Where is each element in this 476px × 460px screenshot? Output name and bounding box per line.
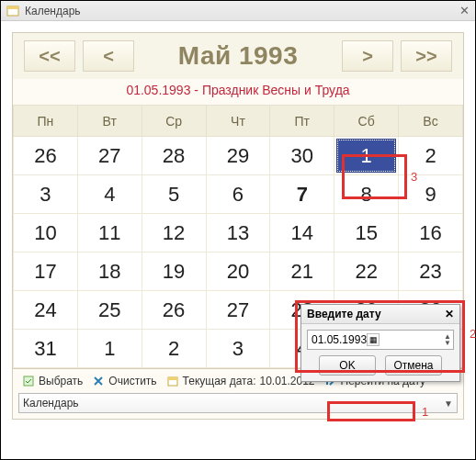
weekday-header: Пн	[14, 106, 78, 137]
weekday-header: Вт	[77, 106, 142, 137]
combo-value: Календарь	[23, 397, 79, 410]
day-cell[interactable]: 10	[14, 214, 78, 252]
dialog-close-icon[interactable]: ✕	[445, 308, 454, 320]
nav-prev-button[interactable]: <	[83, 40, 134, 72]
day-cell[interactable]: 28	[142, 137, 206, 175]
goto-date-dialog: Введите дату ✕ 01.05.1993 ▦ ▲▼ OK Отмена	[300, 304, 460, 382]
cancel-button[interactable]: Отмена	[385, 355, 442, 376]
day-cell[interactable]: 31	[14, 330, 78, 368]
date-input-value: 01.05.1993	[312, 333, 367, 346]
weekday-header: Ср	[142, 106, 206, 137]
day-cell[interactable]: 16	[399, 214, 463, 252]
view-combo[interactable]: Календарь ▼	[18, 393, 458, 413]
clear-icon	[92, 375, 105, 387]
day-cell[interactable]: 21	[270, 252, 334, 291]
day-cell[interactable]: 13	[206, 214, 270, 252]
weekday-header: Сб	[334, 106, 399, 137]
today-label: Текущая дата:	[183, 375, 256, 387]
combo-row: Календарь ▼	[13, 391, 463, 419]
calendar-icon	[166, 375, 179, 387]
day-cell[interactable]: 3	[14, 175, 78, 214]
nav-next-button[interactable]: >	[342, 40, 393, 72]
day-cell[interactable]: 12	[142, 214, 206, 252]
annotation-label-3: 3	[411, 170, 417, 184]
weekday-header: Чт	[206, 106, 270, 137]
nav-first-button[interactable]: <<	[24, 40, 75, 72]
day-cell[interactable]: 1	[334, 137, 399, 175]
day-cell[interactable]: 29	[206, 137, 270, 175]
annotation-label-2: 2	[470, 327, 476, 341]
clear-button[interactable]: Очистить	[88, 373, 160, 389]
svg-rect-1	[7, 6, 18, 9]
day-cell[interactable]: 8	[334, 175, 399, 214]
titlebar: Календарь ✕	[1, 1, 475, 21]
day-cell[interactable]: 18	[77, 252, 142, 291]
day-cell[interactable]: 27	[206, 291, 270, 330]
weekday-header: Вс	[399, 106, 463, 137]
month-label: Май 1993	[138, 41, 338, 71]
day-cell[interactable]: 19	[142, 252, 206, 291]
day-cell[interactable]: 5	[142, 175, 206, 214]
dialog-button-row: OK Отмена	[307, 355, 454, 376]
day-cell[interactable]: 20	[206, 252, 270, 291]
day-cell[interactable]: 25	[77, 291, 142, 330]
select-button[interactable]: Выбрать	[18, 373, 86, 389]
day-cell[interactable]: 3	[206, 330, 270, 368]
dialog-title: Введите дату	[307, 308, 381, 320]
day-cell[interactable]: 11	[77, 214, 142, 252]
dialog-body: 01.05.1993 ▦ ▲▼ OK Отмена	[301, 324, 459, 381]
day-cell[interactable]: 30	[270, 137, 334, 175]
date-picker-icon[interactable]: ▦	[367, 333, 380, 346]
app-window: Календарь ✕ << < Май 1993 > >> 01.05.199…	[0, 0, 476, 460]
nav-row: << < Май 1993 > >>	[13, 33, 463, 79]
day-cell[interactable]: 14	[270, 214, 334, 252]
day-cell[interactable]: 26	[14, 137, 78, 175]
day-cell[interactable]: 4	[77, 175, 142, 214]
today-button[interactable]: Текущая дата: 10.01.2012	[163, 373, 319, 389]
day-cell[interactable]: 7	[270, 175, 334, 214]
window-title: Календарь	[25, 5, 81, 17]
day-cell[interactable]: 9	[399, 175, 463, 214]
day-cell[interactable]: 22	[334, 252, 399, 291]
day-cell[interactable]: 2	[142, 330, 206, 368]
weekday-header: Пт	[270, 106, 334, 137]
app-icon	[6, 5, 19, 17]
day-cell[interactable]: 15	[334, 214, 399, 252]
day-cell[interactable]: 27	[77, 137, 142, 175]
select-icon	[22, 375, 35, 387]
day-cell[interactable]: 17	[14, 252, 78, 291]
clear-label: Очистить	[108, 375, 156, 387]
close-icon[interactable]: ✕	[459, 4, 470, 17]
nav-last-button[interactable]: >>	[401, 40, 452, 72]
day-cell[interactable]: 26	[142, 291, 206, 330]
day-cell[interactable]: 1	[77, 330, 142, 368]
holiday-label: 01.05.1993 - Праздник Весны и Труда	[13, 79, 463, 105]
day-cell[interactable]: 24	[14, 291, 78, 330]
day-cell[interactable]: 23	[399, 252, 463, 291]
svg-rect-2	[24, 376, 33, 386]
date-input[interactable]: 01.05.1993 ▦ ▲▼	[307, 330, 454, 350]
svg-rect-4	[168, 377, 177, 380]
annotation-label-1: 1	[422, 405, 428, 419]
spinner-icon[interactable]: ▲▼	[442, 333, 451, 346]
weekday-row: ПнВтСрЧтПтСбВс	[14, 106, 463, 137]
day-cell[interactable]: 2	[399, 137, 463, 175]
select-label: Выбрать	[39, 375, 83, 387]
dialog-titlebar: Введите дату ✕	[301, 305, 459, 324]
chevron-down-icon: ▼	[444, 398, 453, 409]
day-cell[interactable]: 6	[206, 175, 270, 214]
ok-button[interactable]: OK	[319, 355, 376, 376]
